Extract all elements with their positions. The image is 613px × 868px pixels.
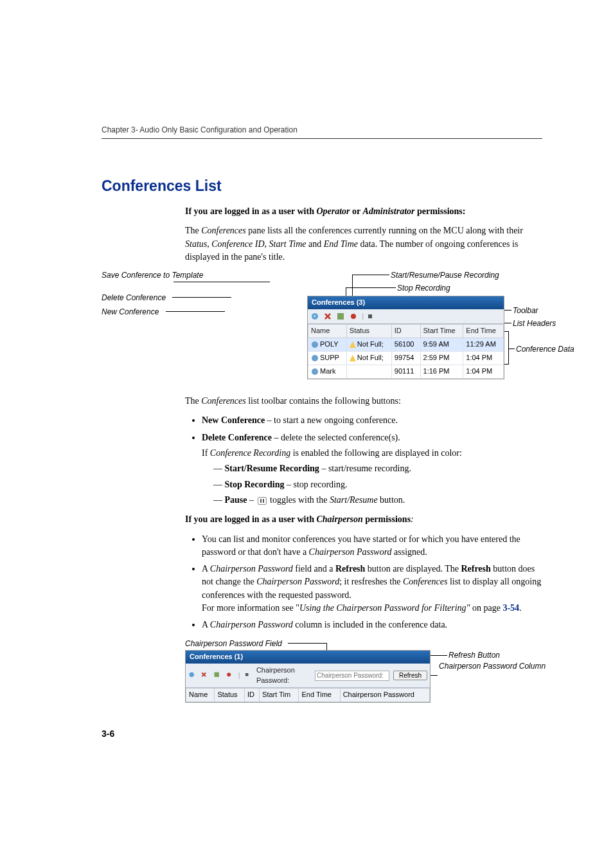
col-start[interactable]: Start Time (420, 325, 463, 338)
intro-paragraph: The Conferences pane lists all the confe… (185, 224, 542, 264)
intro-permissions: If you are logged in as a user with Oper… (185, 205, 542, 218)
delete-conference-icon[interactable] (200, 671, 207, 680)
conferences-table: Name Status ID Start Time End Time POLY … (308, 324, 504, 379)
callout-cp-field: Chairperson Password Field (185, 638, 282, 649)
dash-pause: Pause – toggles with the Start/Resume bu… (213, 494, 542, 507)
conferences-panel: Conferences (3) + | Name Status ID Start… (307, 296, 504, 379)
page-number: 3-6 (102, 728, 542, 739)
bullet-chair-monitor: You can list and monitor conferences you… (202, 533, 542, 559)
conference-icon (311, 341, 319, 348)
col2-start[interactable]: Start Tim (260, 689, 299, 702)
table-row[interactable]: POLY Not Full; 56100 9:59 AM 11:29 AM (308, 338, 504, 352)
save-template-icon[interactable] (336, 312, 345, 321)
col2-id[interactable]: ID (244, 689, 259, 702)
record-stop-icon[interactable] (244, 671, 250, 680)
col2-end[interactable]: End Time (299, 689, 340, 702)
callout-conference-data: Conference Data (516, 344, 574, 355)
svg-point-6 (312, 355, 318, 361)
svg-rect-2 (337, 313, 344, 320)
svg-text:+: + (313, 313, 316, 320)
figure-conferences-panel: Save Conference to Template Delete Confe… (185, 270, 542, 386)
col-id[interactable]: ID (391, 325, 420, 338)
intro-perm: permissions: (414, 206, 465, 216)
panel-toolbar: + | (308, 309, 504, 324)
intro-or: or (350, 206, 363, 216)
chairperson-password-input[interactable] (315, 671, 389, 681)
col2-status[interactable]: Status (215, 689, 245, 702)
new-conference-icon[interactable] (188, 671, 195, 680)
chairperson-panel: Conferences (1) | Chairperson Password: … (185, 650, 431, 703)
callout-delete-conf: Delete Conference (102, 293, 166, 303)
refresh-button[interactable]: Refresh (393, 671, 427, 680)
callout-start-resume: Start/Resume/Pause Recording (391, 270, 499, 281)
callout-new-conf: New Conference (102, 307, 159, 318)
svg-rect-9 (214, 672, 218, 676)
bullet-chair-refresh: A Chairperson Password field and a Refre… (202, 563, 542, 615)
svg-point-3 (351, 314, 356, 319)
record-start-icon[interactable] (226, 671, 232, 680)
bullet-chair-column: A Chairperson Password column is include… (202, 619, 542, 631)
col2-cp[interactable]: Chairperson Password (340, 689, 429, 702)
dash-stop-recording: Stop Recording – stop recording. (213, 478, 542, 491)
conference-icon (311, 354, 319, 362)
pause-icon (258, 497, 267, 505)
toolbar-sentence: The Conferences list toolbar contains th… (185, 395, 542, 408)
save-template-icon[interactable] (213, 671, 220, 680)
svg-rect-11 (245, 673, 248, 675)
dash-start-resume: Start/Resume Recording – start/resume re… (213, 462, 542, 475)
figure-chairperson-panel: Chairperson Password Field Refresh Butto… (185, 638, 542, 690)
record-stop-icon[interactable] (366, 312, 375, 321)
col-end[interactable]: End Time (463, 325, 504, 338)
table-row[interactable]: SUPP Not Full; 99754 2:59 PM 1:04 PM (308, 351, 504, 365)
record-start-icon[interactable] (349, 312, 358, 321)
callout-stop-rec: Stop Recording (397, 283, 450, 294)
delete-conference-icon[interactable] (323, 312, 332, 321)
conference-icon (311, 368, 319, 375)
svg-rect-4 (368, 314, 372, 318)
intro-bold: If you are logged in as a user with (185, 206, 316, 216)
panel-title: Conferences (3) (308, 296, 504, 309)
bullet-new-conference: New Conference – to start a new ongoing … (202, 414, 542, 427)
svg-point-7 (312, 368, 318, 375)
col2-name[interactable]: Name (186, 689, 215, 702)
chapter-header: Chapter 3- Audio Only Basic Configuratio… (102, 125, 542, 139)
svg-point-10 (227, 673, 231, 676)
callout-save-template: Save Conference to Template (102, 270, 204, 281)
col-name[interactable]: Name (308, 325, 347, 338)
col-status[interactable]: Status (346, 325, 391, 338)
callout-toolbar: Toolbar (513, 305, 538, 316)
svg-point-8 (189, 672, 193, 676)
callout-cp-column: Chairperson Password Column (439, 661, 555, 672)
warning-icon (350, 341, 356, 348)
cp-field-label: Chairperson Password: (256, 665, 311, 686)
xref-link[interactable]: 3-54 (502, 603, 519, 613)
table-row[interactable]: Mark 90111 1:16 PM 1:04 PM (308, 365, 504, 378)
bullet-delete-conference: Delete Conference – delete the selected … (202, 431, 542, 507)
callout-refresh-button: Refresh Button (449, 650, 500, 661)
intro-admin: Administrator (363, 206, 415, 216)
intro-operator: Operator (316, 206, 350, 216)
svg-point-5 (312, 341, 318, 348)
panel2-title: Conferences (1) (186, 651, 430, 664)
chairperson-heading: If you are logged in as a user with Chai… (185, 513, 542, 526)
new-conference-icon[interactable]: + (310, 312, 319, 321)
warning-icon (350, 355, 356, 361)
callout-list-headers: List Headers (513, 318, 556, 329)
section-title: Conferences List (102, 177, 542, 195)
